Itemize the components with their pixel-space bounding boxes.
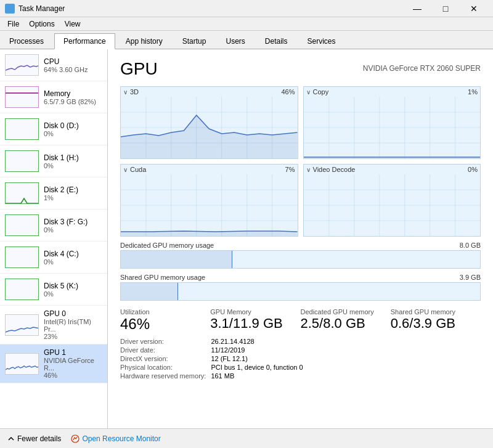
sidebar-item-disk1[interactable]: Disk 1 (H:) 0% [0, 145, 107, 177]
gpu0-pct: 23% [44, 333, 102, 340]
charts-grid: ∨ 3D 46% [120, 86, 481, 237]
tab-users[interactable]: Users [216, 33, 254, 49]
sidebar-item-cpu[interactable]: CPU 64% 3.60 GHz [0, 49, 107, 81]
sidebar-item-disk0[interactable]: Disk 0 (D:) 0% [0, 113, 107, 145]
gpu1-pct: 46% [44, 372, 102, 379]
disk5-name: Disk 5 (K:) [44, 282, 102, 290]
dedicated-memory-bar [120, 250, 481, 269]
chart-cuda-arrow: ∨ [123, 166, 128, 173]
chart-3d-arrow: ∨ [123, 89, 128, 96]
app-icon [5, 4, 15, 14]
detail-header: GPU NVIDIA GeForce RTX 2060 SUPER [120, 59, 481, 79]
hw-reserved-label: Hardware reserved memory: [120, 372, 206, 380]
sidebar-item-disk5[interactable]: Disk 5 (K:) 0% [0, 274, 107, 306]
chart-3d-pct: 46% [281, 88, 295, 96]
tab-details[interactable]: Details [256, 33, 297, 49]
chart-vd-label: Video Decode [313, 166, 356, 173]
svg-marker-9 [121, 115, 298, 158]
fewer-details-label: Fewer details [17, 434, 61, 443]
disk2-detail: 1% [44, 194, 102, 202]
gpu1-name: GPU 1 [44, 348, 102, 357]
detail-subtitle: NVIDIA GeForce RTX 2060 SUPER [363, 59, 481, 73]
shared-memory-fill [121, 283, 178, 300]
disk4-mini-graph [5, 246, 39, 268]
menu-options[interactable]: Options [24, 18, 59, 29]
sidebar-item-disk3[interactable]: Disk 3 (F: G:) 0% [0, 210, 107, 242]
dedicated-memory-label: Dedicated GPU memory usage [120, 242, 214, 249]
chart-video-decode: ∨ Video Decode 0% [303, 164, 481, 237]
shared-memory-bar [120, 282, 481, 301]
disk0-name: Disk 0 (D:) [44, 121, 102, 130]
close-button[interactable]: ✕ [460, 0, 488, 17]
chevron-up-icon [7, 435, 15, 442]
chart-copy-area [304, 97, 481, 158]
disk1-detail: 0% [44, 162, 102, 169]
dedicated-mem-label: Dedicated GPU memory [301, 308, 391, 316]
gpu0-mini-graph [5, 314, 39, 336]
tab-performance[interactable]: Performance [54, 33, 115, 49]
disk0-detail: 0% [44, 130, 102, 137]
dedicated-memory-size: 8.0 GB [460, 242, 481, 249]
stat-dedicated-memory: Dedicated GPU memory 2.5/8.0 GB [301, 308, 391, 333]
memory-name: Memory [44, 89, 102, 98]
stat-shared-memory: Shared GPU memory 0.6/3.9 GB [391, 308, 481, 333]
disk4-detail: 0% [44, 258, 102, 266]
sidebar-item-disk2[interactable]: Disk 2 (E:) 1% [0, 177, 107, 210]
fewer-details-button[interactable]: Fewer details [7, 434, 61, 443]
sidebar-item-gpu0[interactable]: GPU 0 Intel(R) Iris(TM) Pr... 23% [0, 306, 107, 344]
maximize-button[interactable]: □ [431, 0, 460, 17]
app-title: Task Manager [18, 4, 65, 13]
disk2-name: Disk 2 (E:) [44, 185, 102, 194]
sidebar-item-gpu1[interactable]: GPU 1 NVIDIA GeForce R... 46% [0, 344, 107, 383]
bottom-bar: Fewer details Open Resource Monitor [0, 428, 493, 448]
tab-bar: Processes Performance App history Startu… [0, 31, 493, 49]
disk1-name: Disk 1 (H:) [44, 153, 102, 162]
physical-location-label: Physical location: [120, 364, 206, 371]
chart-3d-label: 3D [130, 88, 139, 96]
chart-copy-pct: 1% [468, 88, 478, 96]
chart-cuda-pct: 7% [285, 166, 295, 173]
sidebar-item-memory[interactable]: Memory 6.5/7.9 GB (82%) [0, 81, 107, 113]
dedicated-mem-value: 2.5/8.0 GB [301, 316, 391, 332]
title-bar: Task Manager — □ ✕ [0, 0, 493, 17]
open-resource-monitor-button[interactable]: Open Resource Monitor [71, 434, 160, 443]
tab-startup[interactable]: Startup [173, 33, 216, 49]
gpu1-mini-graph [5, 353, 39, 375]
minimize-button[interactable]: — [403, 0, 431, 17]
gpu-memory-label: GPU Memory [210, 308, 300, 316]
tab-services[interactable]: Services [298, 33, 345, 49]
chart-cuda: ∨ Cuda 7% [120, 164, 298, 237]
menu-bar: File Options View [0, 17, 493, 31]
detail-title: GPU [120, 59, 158, 79]
shared-memory-size: 3.9 GB [460, 274, 481, 281]
menu-view[interactable]: View [60, 18, 86, 29]
disk5-mini-graph [5, 279, 39, 300]
shared-gpu-memory-section: Shared GPU memory usage 3.9 GB [120, 274, 481, 301]
tab-processes[interactable]: Processes [0, 33, 53, 49]
disk3-mini-graph [5, 214, 39, 236]
shared-mem-value: 0.6/3.9 GB [391, 316, 481, 332]
chart-vd-arrow: ∨ [306, 166, 311, 173]
dedicated-memory-fill [121, 251, 232, 268]
menu-file[interactable]: File [2, 18, 24, 29]
disk4-name: Disk 4 (C:) [44, 250, 102, 258]
disk0-mini-graph [5, 118, 39, 140]
chart-3d-area [121, 97, 298, 158]
main-content: CPU 64% 3.60 GHz Memory 6.5/7.9 GB (82%)… [0, 49, 493, 428]
chart-vd-area [304, 174, 481, 236]
directx-value: 12 (FL 12.1) [211, 355, 481, 362]
stat-gpu-memory: GPU Memory 3.1/11.9 GB [210, 308, 300, 333]
stats-area: Utilization 46% GPU Memory 3.1/11.9 GB D… [120, 308, 481, 333]
gpu0-name: GPU 0 [44, 309, 102, 318]
driver-date-value: 11/12/2019 [211, 346, 481, 354]
window-controls: — □ ✕ [403, 0, 488, 17]
gpu-memory-value: 3.1/11.9 GB [210, 316, 300, 332]
chart-cuda-area [121, 174, 298, 236]
shared-mem-label: Shared GPU memory [391, 308, 481, 316]
driver-date-label: Driver date: [120, 346, 206, 354]
dedicated-gpu-memory-section: Dedicated GPU memory usage 8.0 GB [120, 242, 481, 269]
cpu-name: CPU [44, 57, 102, 66]
tab-app-history[interactable]: App history [116, 33, 172, 49]
memory-mini-graph [5, 86, 39, 108]
sidebar-item-disk4[interactable]: Disk 4 (C:) 0% [0, 242, 107, 274]
